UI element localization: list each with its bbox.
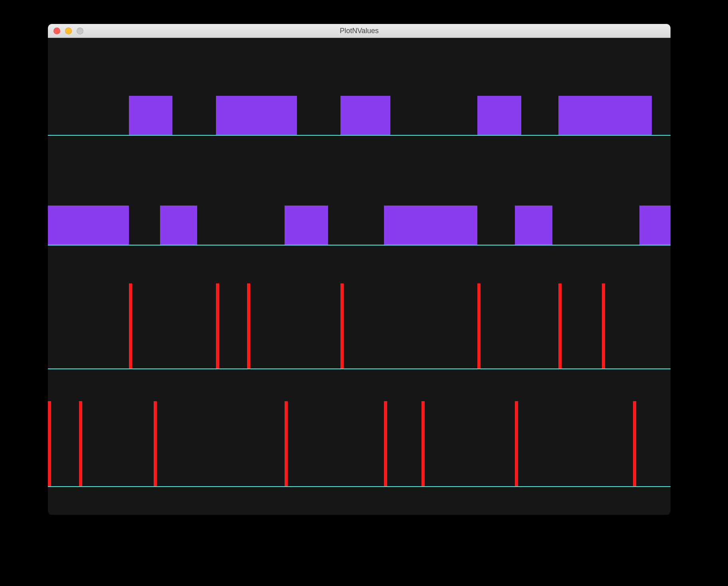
event-spike [79, 401, 82, 486]
pulse-bar [340, 96, 390, 135]
plot-track-1 [48, 206, 671, 245]
pulse-bar [515, 206, 552, 245]
pulse-bar [285, 206, 328, 245]
event-spike [340, 283, 344, 368]
pulse-bar [558, 96, 652, 135]
baseline [48, 135, 671, 136]
minimize-icon[interactable] [65, 28, 72, 34]
pulse-bar [48, 206, 129, 245]
event-spike [154, 401, 157, 486]
baseline [48, 245, 671, 245]
window-controls [48, 28, 83, 34]
pulse-bar [477, 96, 521, 135]
app-window: PlotNValues [48, 24, 671, 515]
zoom-icon[interactable] [77, 28, 83, 34]
event-spike [515, 401, 518, 486]
pulse-bar [639, 206, 671, 245]
pulse-bar [129, 96, 172, 135]
pulse-bar [216, 96, 297, 135]
event-spike [216, 283, 219, 368]
baseline [48, 368, 671, 369]
event-spike [48, 401, 51, 486]
event-spike [384, 401, 387, 486]
event-spike [633, 401, 636, 486]
baseline [48, 486, 671, 487]
event-spike [129, 283, 132, 368]
event-spike [421, 401, 425, 486]
plot-track-3 [48, 401, 671, 487]
event-spike [285, 401, 288, 486]
event-spike [477, 283, 481, 368]
plot-track-2 [48, 283, 671, 369]
event-spike [558, 283, 562, 368]
pulse-bar [384, 206, 477, 245]
pulse-bar [160, 206, 198, 245]
event-spike [602, 283, 605, 368]
close-icon[interactable] [53, 28, 60, 34]
plot-canvas[interactable] [48, 38, 671, 515]
event-spike [247, 283, 250, 368]
plot-track-0 [48, 96, 671, 136]
titlebar[interactable]: PlotNValues [48, 24, 671, 38]
window-title: PlotNValues [48, 27, 671, 35]
